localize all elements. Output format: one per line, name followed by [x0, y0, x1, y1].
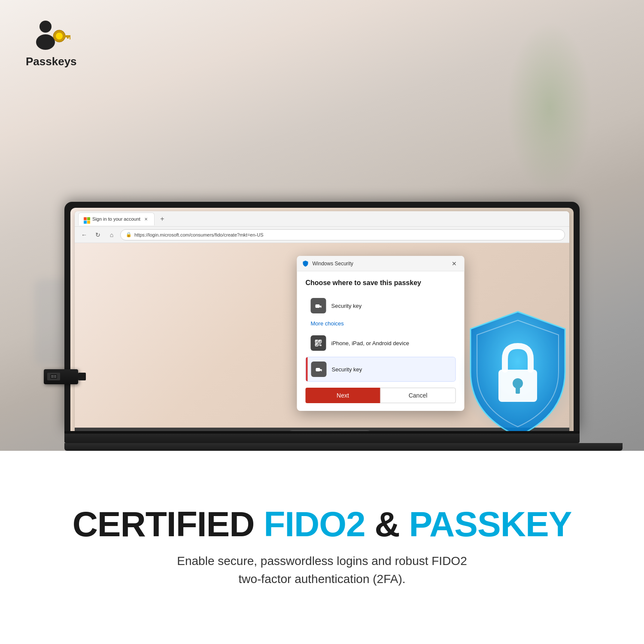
- browser-window: Sign in to your account ✕ + ← ↻ ⌂: [75, 211, 569, 431]
- svg-rect-9: [321, 306, 322, 308]
- nav-home-button[interactable]: ⌂: [106, 230, 117, 240]
- option1-label: Security key: [331, 303, 362, 309]
- svg-rect-6: [67, 35, 69, 39]
- browser-tab[interactable]: Sign in to your account ✕: [78, 213, 155, 225]
- browser-titlebar: Sign in to your account ✕ +: [75, 211, 569, 227]
- laptop-screen: Sign in to your account ✕ + ← ↻ ⌂: [64, 202, 580, 431]
- windows-desktop: Sign in to your account ✕ + ← ↻ ⌂: [70, 208, 574, 431]
- option3-label: Security key: [332, 366, 362, 373]
- tab-label: Sign in to your account: [92, 216, 140, 222]
- svg-rect-17: [316, 344, 317, 345]
- dialog-titlebar: Windows Security ✕: [297, 256, 465, 271]
- option-iphone[interactable]: iPhone, iPad, or Android device: [306, 331, 456, 355]
- shield-lock-overlay: [453, 303, 569, 431]
- dialog-close-button[interactable]: ✕: [449, 258, 459, 269]
- svg-rect-24: [321, 369, 322, 371]
- svg-point-3: [56, 33, 63, 39]
- background-plant: [507, 21, 592, 193]
- tab-favicon: [84, 216, 90, 222]
- passkey-text: PASSKEY: [409, 504, 572, 544]
- nav-back-button[interactable]: ←: [79, 230, 89, 240]
- svg-rect-13: [316, 340, 317, 342]
- svg-rect-10: [319, 306, 320, 307]
- usb-security-key: [44, 369, 78, 384]
- laptop-body: Sign in to your account ✕ + ← ↻ ⌂: [64, 202, 580, 451]
- tab-new-button[interactable]: +: [156, 213, 168, 225]
- certified-subtitle: Enable secure, passwordless logins and r…: [177, 552, 467, 588]
- address-bar[interactable]: 🔒 https://login.microsoft.com/consumers/…: [120, 229, 565, 240]
- windows-security-icon: [302, 260, 309, 267]
- dialog-body: Choose where to save this passkey: [297, 271, 465, 411]
- certified-text: CERTIFIED: [73, 504, 264, 544]
- nav-reload-button[interactable]: ↻: [93, 230, 103, 240]
- passkeys-label: Passkeys: [26, 55, 77, 68]
- svg-rect-18: [319, 343, 320, 344]
- iphone-icon: [311, 335, 326, 351]
- and-text: &: [365, 504, 409, 544]
- option2-label: iPhone, iPad, or Android device: [331, 340, 409, 346]
- tab-close-button[interactable]: ✕: [143, 216, 149, 222]
- certified-title: CERTIFIED FIDO2 & PASSKEY: [73, 507, 572, 542]
- bottom-section: CERTIFIED FIDO2 & PASSKEY Enable secure,…: [0, 451, 644, 644]
- cancel-button[interactable]: Cancel: [380, 388, 456, 403]
- browser-toolbar: ← ↻ ⌂ 🔒 https://login.microsoft.com/cons…: [75, 227, 569, 243]
- svg-rect-30: [516, 387, 520, 394]
- svg-point-1: [36, 34, 55, 50]
- next-button[interactable]: Next: [306, 388, 380, 403]
- svg-rect-5: [70, 35, 70, 39]
- url-text: https://login.microsoft.com/consumers/fi…: [134, 232, 263, 237]
- fido2-text: FIDO2: [264, 504, 365, 544]
- laptop-hinge: [64, 431, 580, 434]
- security-key-icon: [311, 298, 326, 313]
- svg-rect-25: [320, 369, 321, 371]
- passkeys-icon: [32, 17, 70, 52]
- dialog-actions: Next Cancel: [306, 388, 456, 403]
- svg-rect-19: [320, 343, 321, 344]
- svg-rect-20: [319, 345, 320, 346]
- security-key-2-icon: [311, 361, 327, 377]
- passkeys-logo: Passkeys: [26, 17, 77, 68]
- laptop-bottom: [64, 443, 623, 451]
- svg-point-11: [316, 306, 318, 307]
- screen-bezel: Sign in to your account ✕ + ← ↻ ⌂: [70, 208, 574, 431]
- browser-content: Windows Security ✕ Choose where to save …: [75, 243, 569, 428]
- svg-point-26: [317, 369, 318, 371]
- dialog-title: Windows Security: [313, 261, 446, 267]
- dialog-heading: Choose where to save this passkey: [306, 279, 456, 287]
- svg-rect-15: [319, 340, 321, 342]
- option-security-key-2[interactable]: Security key: [306, 357, 456, 382]
- windows-security-dialog: Windows Security ✕ Choose where to save …: [297, 256, 465, 411]
- laptop-base: [64, 431, 580, 443]
- laptop-wrapper: Sign in to your account ✕ + ← ↻ ⌂: [21, 202, 623, 451]
- svg-rect-21: [320, 345, 322, 346]
- svg-point-0: [39, 21, 52, 33]
- more-choices-link[interactable]: More choices: [311, 320, 451, 327]
- top-section: Passkeys: [0, 0, 644, 451]
- option-security-key[interactable]: Security key: [306, 294, 456, 318]
